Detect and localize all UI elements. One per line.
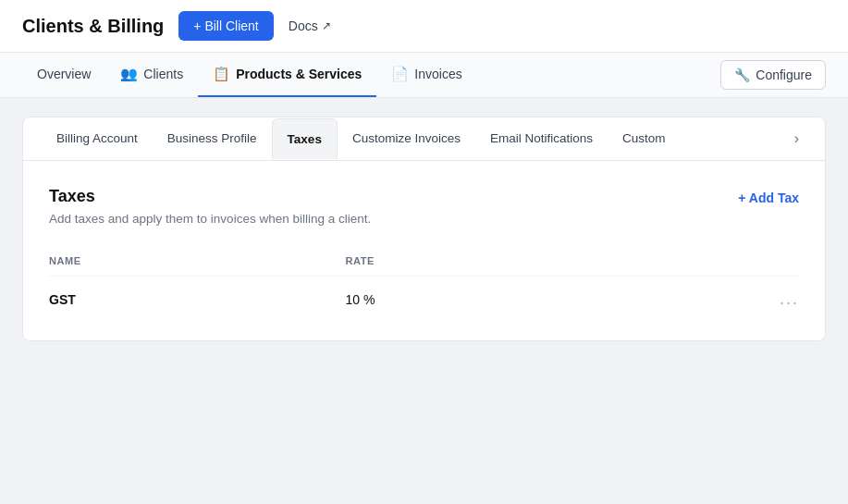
tab-products-label: Products & Services bbox=[236, 67, 362, 81]
nav-bar: Overview 👥 Clients 📋 Products & Services… bbox=[0, 53, 848, 98]
col-header-name: NAME bbox=[49, 248, 346, 277]
docs-label: Docs bbox=[289, 18, 318, 33]
taxes-header-left: Taxes Add taxes and apply them to invoic… bbox=[49, 187, 371, 226]
taxes-content: Taxes Add taxes and apply them to invoic… bbox=[23, 161, 825, 340]
col-header-rate: RATE bbox=[346, 248, 620, 277]
col-header-actions bbox=[619, 248, 799, 277]
configure-button[interactable]: 🔧 Configure bbox=[720, 60, 826, 90]
tax-name: GST bbox=[49, 277, 346, 323]
nav-tabs: Overview 👥 Clients 📋 Products & Services… bbox=[22, 53, 477, 97]
sub-tab-billing-account[interactable]: Billing Account bbox=[42, 118, 153, 160]
tax-actions[interactable]: ... bbox=[619, 277, 799, 323]
products-icon: 📋 bbox=[213, 66, 230, 82]
top-header: Clients & Billing + Bill Client Docs ↗ bbox=[0, 0, 848, 53]
tab-clients[interactable]: 👥 Clients bbox=[105, 53, 198, 97]
sub-tab-customize-invoices-label: Customize Invoices bbox=[352, 131, 461, 145]
tab-overview[interactable]: Overview bbox=[22, 54, 105, 96]
sub-tab-email-notifications-label: Email Notifications bbox=[490, 131, 593, 145]
main-content: Billing Account Business Profile Taxes C… bbox=[0, 98, 848, 360]
tax-table: NAME RATE GST 10 % ... bbox=[49, 248, 799, 322]
sub-tabs: Billing Account Business Profile Taxes C… bbox=[23, 117, 825, 161]
bill-client-button[interactable]: + Bill Client bbox=[178, 11, 273, 41]
sub-tab-custom[interactable]: Custom bbox=[608, 118, 681, 160]
tab-invoices-label: Invoices bbox=[414, 67, 461, 81]
ellipsis-icon[interactable]: ... bbox=[780, 289, 799, 308]
taxes-description: Add taxes and apply them to invoices whe… bbox=[49, 212, 371, 226]
external-link-icon: ↗ bbox=[322, 19, 331, 32]
sub-tab-business-profile[interactable]: Business Profile bbox=[153, 118, 272, 160]
sub-tab-taxes[interactable]: Taxes bbox=[272, 118, 338, 161]
tax-rate: 10 % bbox=[346, 277, 620, 323]
sub-tab-email-notifications[interactable]: Email Notifications bbox=[475, 118, 608, 160]
docs-link[interactable]: Docs ↗ bbox=[289, 18, 331, 33]
sub-tab-taxes-label: Taxes bbox=[288, 132, 322, 146]
clients-icon: 👥 bbox=[120, 66, 138, 82]
tab-invoices[interactable]: 📄 Invoices bbox=[376, 53, 476, 97]
sub-tabs-chevron[interactable]: › bbox=[787, 117, 806, 160]
tax-table-head: NAME RATE bbox=[49, 248, 799, 277]
configure-label: Configure bbox=[756, 68, 812, 82]
tab-overview-label: Overview bbox=[37, 67, 91, 81]
page-wrapper: Clients & Billing + Bill Client Docs ↗ O… bbox=[0, 0, 848, 504]
page-title: Clients & Billing bbox=[22, 16, 164, 37]
taxes-title: Taxes bbox=[49, 187, 371, 206]
tax-table-header-row: NAME RATE bbox=[49, 248, 799, 277]
sub-tab-customize-invoices[interactable]: Customize Invoices bbox=[338, 118, 475, 160]
tax-table-body: GST 10 % ... bbox=[49, 277, 799, 323]
main-card: Billing Account Business Profile Taxes C… bbox=[22, 117, 826, 341]
taxes-header: Taxes Add taxes and apply them to invoic… bbox=[49, 187, 799, 226]
sub-tab-business-profile-label: Business Profile bbox=[167, 131, 257, 145]
invoices-icon: 📄 bbox=[391, 66, 409, 82]
add-tax-button[interactable]: + Add Tax bbox=[738, 187, 799, 209]
sub-tab-billing-account-label: Billing Account bbox=[56, 131, 138, 145]
tab-products[interactable]: 📋 Products & Services bbox=[198, 53, 376, 97]
configure-icon: 🔧 bbox=[734, 68, 750, 82]
tab-clients-label: Clients bbox=[143, 67, 183, 81]
sub-tab-custom-label: Custom bbox=[622, 131, 666, 145]
table-row: GST 10 % ... bbox=[49, 277, 799, 323]
